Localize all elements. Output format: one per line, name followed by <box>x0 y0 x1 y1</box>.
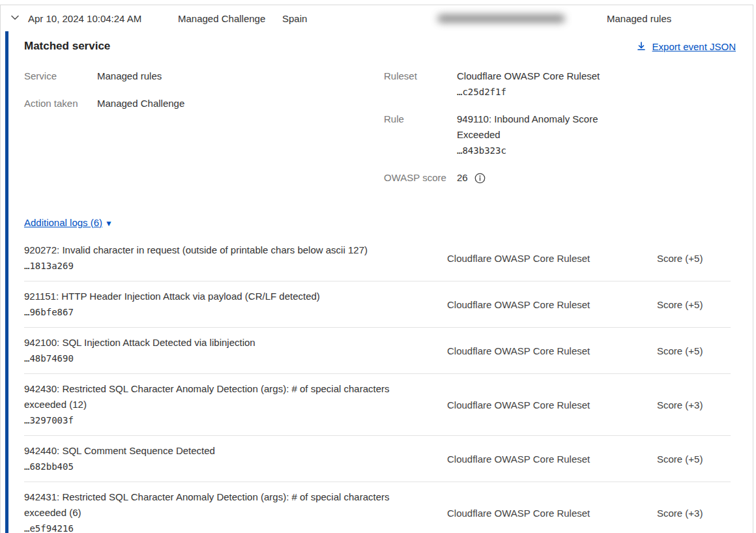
log-score: Score (+5) <box>657 443 731 474</box>
action-taken-label: Action taken <box>24 96 97 111</box>
log-row: 942100: SQL Injection Attack Detected vi… <box>24 328 731 374</box>
log-row: 920272: Invalid character in request (ou… <box>24 235 731 281</box>
event-action: Managed Challenge <box>178 13 265 24</box>
log-rule-description: 942430: Restricted SQL Character Anomaly… <box>24 381 421 412</box>
event-detail-panel: Matched service Export event JSON Servic… <box>5 31 753 533</box>
caret-down-icon: ▼ <box>105 219 113 228</box>
event-timestamp: Apr 10, 2024 10:04:24 AM <box>28 13 141 24</box>
log-row: 942430: Restricted SQL Character Anomaly… <box>24 374 731 436</box>
rule-hash: …843b323c <box>457 143 613 158</box>
service-value: Managed rules <box>97 68 162 84</box>
chevron-down-icon[interactable] <box>8 12 22 25</box>
log-rule-hash: …1813a269 <box>24 258 421 274</box>
log-ruleset: Cloudflare OWASP Core Ruleset <box>447 289 657 320</box>
log-ruleset: Cloudflare OWASP Core Ruleset <box>447 443 657 474</box>
export-event-json-link[interactable]: Export event JSON <box>636 41 736 52</box>
event-country: Spain <box>282 13 307 24</box>
log-score: Score (+3) <box>657 381 731 428</box>
panel-title: Matched service <box>24 40 110 53</box>
ruleset-value: Cloudflare OWASP Core Ruleset <box>457 68 613 84</box>
additional-logs-link[interactable]: Additional logs (6)▼ <box>24 217 113 228</box>
info-icon[interactable] <box>474 173 486 184</box>
log-rule-description: 942431: Restricted SQL Character Anomaly… <box>24 489 421 521</box>
rule-label: Rule <box>384 111 457 158</box>
log-rule-hash: …3297003f <box>24 412 421 428</box>
log-row: 942440: SQL Comment Sequence Detected …6… <box>24 436 731 482</box>
firewall-event-card: Apr 10, 2024 10:04:24 AM Managed Challen… <box>0 5 753 533</box>
log-score: Score (+5) <box>657 242 731 274</box>
additional-logs-label: Additional logs (6) <box>24 217 102 228</box>
additional-logs-table: 920272: Invalid character in request (ou… <box>24 235 731 533</box>
service-label: Service <box>24 68 97 84</box>
log-rule-description: 942440: SQL Comment Sequence Detected <box>24 443 421 459</box>
log-row: 921151: HTTP Header Injection Attack via… <box>24 281 731 328</box>
log-rule-hash: …96bfe867 <box>24 304 421 320</box>
log-rule-description: 942100: SQL Injection Attack Detected vi… <box>24 335 421 351</box>
log-score: Score (+5) <box>657 335 731 366</box>
export-link-label: Export event JSON <box>652 41 736 52</box>
owasp-score-value: 26 <box>457 170 468 186</box>
ruleset-label: Ruleset <box>384 68 457 100</box>
log-rule-hash: …48b74690 <box>24 351 421 366</box>
log-ruleset: Cloudflare OWASP Core Ruleset <box>447 489 657 533</box>
action-taken-value: Managed Challenge <box>97 96 184 111</box>
log-score: Score (+3) <box>657 489 731 533</box>
log-rule-description: 921151: HTTP Header Injection Attack via… <box>24 289 421 304</box>
log-ruleset: Cloudflare OWASP Core Ruleset <box>447 335 657 366</box>
log-rule-hash: …e5f94216 <box>24 521 421 533</box>
log-ruleset: Cloudflare OWASP Core Ruleset <box>447 242 657 274</box>
matched-service-fields: Service Managed rules Action taken Manag… <box>24 68 736 197</box>
event-summary-row[interactable]: Apr 10, 2024 10:04:24 AM Managed Challen… <box>1 5 753 31</box>
log-ruleset: Cloudflare OWASP Core Ruleset <box>447 381 657 428</box>
log-score: Score (+5) <box>657 289 731 320</box>
rule-value: 949110: Inbound Anomaly Score Exceeded <box>457 111 613 143</box>
log-row: 942431: Restricted SQL Character Anomaly… <box>24 482 731 533</box>
event-service: Managed rules <box>607 13 671 24</box>
ruleset-hash: …c25d2f1f <box>457 84 613 100</box>
log-rule-hash: …682bb405 <box>24 459 421 474</box>
download-icon <box>636 41 647 51</box>
log-rule-description: 920272: Invalid character in request (ou… <box>24 242 421 258</box>
redacted-host-text <box>437 14 565 23</box>
owasp-score-label: OWASP score <box>384 170 457 186</box>
